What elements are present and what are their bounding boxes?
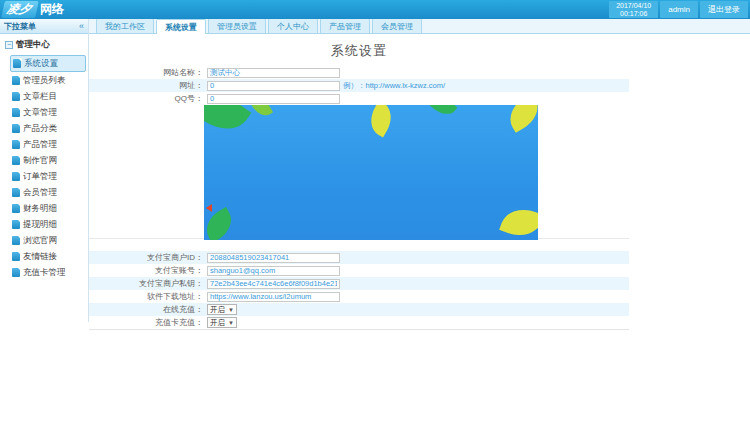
- sidebar-item-11[interactable]: 浏览官网: [10, 233, 86, 248]
- document-icon: [12, 124, 20, 133]
- sidebar-item-0[interactable]: 系统设置: [10, 55, 86, 72]
- field-input-11[interactable]: [207, 292, 340, 302]
- field-hint: 例）：http://www.lx-kzwz.com/: [343, 81, 445, 91]
- leaf-decoration: [364, 105, 398, 137]
- date-text: 2017/04/10: [616, 2, 651, 10]
- field-input-10[interactable]: [207, 279, 340, 289]
- field-input-0[interactable]: [207, 68, 340, 78]
- sidebar-item-label: 订单管理: [23, 171, 57, 183]
- sidebar-item-label: 友情链接: [23, 251, 57, 263]
- document-icon: [12, 92, 20, 101]
- sidebar-item-label: 产品管理: [23, 139, 57, 151]
- app-header: 凌夕 网络 2017/04/10 00:17:06 admin 退出登录: [0, 0, 750, 19]
- main-content: 系统设置 网站名称：网址：例）：http://www.lx-kzwz.com/Q…: [89, 34, 629, 330]
- field-label: QQ号：: [89, 93, 207, 104]
- field-label: 网址：: [89, 80, 207, 91]
- field-input-2[interactable]: [207, 94, 340, 104]
- leaf-decoration: [204, 207, 238, 240]
- document-icon: [12, 204, 20, 213]
- sidebar-item-label: 文章管理: [23, 107, 57, 119]
- tab-3[interactable]: 个人中心: [268, 18, 318, 33]
- document-icon: [12, 236, 20, 245]
- tab-2[interactable]: 管理员设置: [208, 18, 266, 33]
- sidebar-group[interactable]: − 管理中心: [0, 34, 88, 54]
- time-text: 00:17:06: [620, 10, 647, 18]
- collapse-sidebar-icon[interactable]: «: [79, 21, 84, 31]
- sidebar-item-5[interactable]: 产品管理: [10, 137, 86, 152]
- document-icon: [12, 76, 20, 85]
- select-value: 开启: [210, 305, 225, 315]
- field-label: 网站名称：: [89, 67, 207, 78]
- field-input-1[interactable]: [207, 81, 340, 91]
- field-label: 支付宝账号：: [89, 265, 207, 276]
- document-icon: [12, 172, 20, 181]
- leaf-decoration: [429, 105, 458, 120]
- document-icon: [12, 108, 20, 117]
- sidebar-item-2[interactable]: 文章栏目: [10, 89, 86, 104]
- leaf-decoration: [503, 105, 538, 133]
- sidebar-item-label: 浏览官网: [23, 235, 57, 247]
- document-icon: [12, 140, 20, 149]
- form-row: 支付宝账号：: [89, 264, 629, 277]
- sidebar-item-label: 产品分类: [23, 123, 57, 135]
- sidebar-item-label: 制作官网: [23, 155, 57, 167]
- sidebar-item-label: 提现明细: [23, 219, 57, 231]
- document-icon: [12, 268, 20, 277]
- chevron-down-icon: ▼: [228, 320, 234, 326]
- tab-strip: 我的工作区系统设置管理员设置个人中心产品管理会员管理: [89, 19, 750, 34]
- sidebar-item-7[interactable]: 订单管理: [10, 169, 86, 184]
- sidebar-item-10[interactable]: 提现明细: [10, 217, 86, 232]
- datetime-display: 2017/04/10 00:17:06: [609, 1, 658, 18]
- tab-4[interactable]: 产品管理: [320, 18, 370, 33]
- sidebar-item-label: 文章栏目: [23, 91, 57, 103]
- sidebar-header: 下拉菜单 «: [0, 19, 88, 34]
- sidebar-item-label: 充值卡管理: [23, 267, 66, 279]
- sidebar: 下拉菜单 « − 管理中心 系统设置管理员列表文章栏目文章管理产品分类产品管理制…: [0, 19, 89, 322]
- field-label: 支付宝商户ID：: [89, 252, 207, 263]
- sidebar-item-label: 会员管理: [23, 187, 57, 199]
- form-row: 网址：例）：http://www.lx-kzwz.com/: [89, 79, 629, 92]
- sidebar-menu: 系统设置管理员列表文章栏目文章管理产品分类产品管理制作官网订单管理会员管理财务明…: [0, 55, 88, 280]
- sidebar-item-3[interactable]: 文章管理: [10, 105, 86, 120]
- field-input-9[interactable]: [207, 266, 340, 276]
- form-row: 软件下载地址：: [89, 290, 629, 303]
- form-row: 支付宝商户私钥：: [89, 277, 629, 290]
- form-row: 网站名称：: [89, 66, 629, 79]
- logo-text: 网络: [40, 1, 64, 18]
- field-select-12[interactable]: 开启▼: [207, 304, 237, 315]
- app-logo: 凌夕 网络: [3, 0, 64, 19]
- field-label: 软件下载地址：: [89, 291, 207, 302]
- sidebar-item-12[interactable]: 友情链接: [10, 249, 86, 264]
- sidebar-group-label: 管理中心: [16, 39, 50, 51]
- leaf-decoration: [204, 105, 251, 141]
- leaf-decoration: [499, 203, 538, 240]
- tab-5[interactable]: 会员管理: [372, 18, 422, 33]
- logout-button[interactable]: 退出登录: [700, 1, 748, 18]
- chevron-down-icon: ▼: [228, 307, 234, 313]
- username-button[interactable]: admin: [660, 1, 698, 18]
- form-row: 充值卡充值：开启▼: [89, 316, 629, 329]
- form-row: 在线充值：开启▼: [89, 303, 629, 316]
- sidebar-item-6[interactable]: 制作官网: [10, 153, 86, 168]
- document-icon: [12, 252, 20, 261]
- sidebar-item-8[interactable]: 会员管理: [10, 185, 86, 200]
- sidebar-item-4[interactable]: 产品分类: [10, 121, 86, 136]
- logo-badge: 凌夕: [1, 1, 39, 18]
- collapse-group-icon[interactable]: −: [5, 41, 13, 49]
- sidebar-item-label: 系统设置: [24, 58, 58, 70]
- form-row: 支付宝商户ID：: [89, 251, 629, 264]
- sidebar-item-label: 管理员列表: [23, 75, 66, 87]
- field-input-8[interactable]: [207, 253, 340, 263]
- sidebar-item-9[interactable]: 财务明细: [10, 201, 86, 216]
- sidebar-item-13[interactable]: 充值卡管理: [10, 265, 86, 280]
- leaf-decoration: [249, 105, 273, 120]
- sidebar-item-label: 财务明细: [23, 203, 57, 215]
- form-row: QQ号：: [89, 92, 629, 105]
- banner-image-preview[interactable]: [204, 105, 538, 240]
- field-label: 在线充值：: [89, 304, 207, 315]
- select-value: 开启: [210, 318, 225, 328]
- sidebar-item-1[interactable]: 管理员列表: [10, 73, 86, 88]
- tab-0[interactable]: 我的工作区: [96, 18, 154, 33]
- tab-1[interactable]: 系统设置: [156, 19, 206, 34]
- field-select-13[interactable]: 开启▼: [207, 317, 237, 328]
